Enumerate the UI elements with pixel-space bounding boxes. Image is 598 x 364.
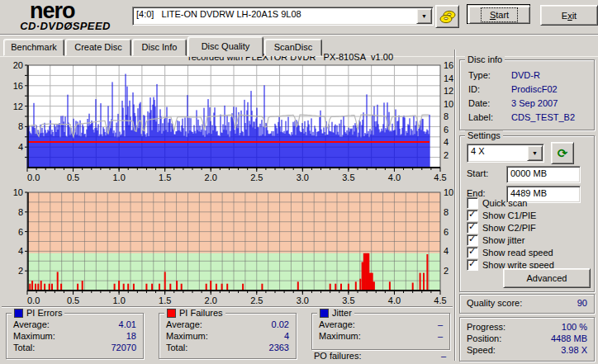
start-button[interactable]: Start — [467, 4, 530, 24]
svg-text:4: 4 — [444, 246, 448, 256]
legend-square — [167, 309, 176, 318]
tab-disc-info[interactable]: Disc Info — [132, 39, 187, 56]
checkmark-icon: ✓ — [468, 221, 476, 232]
exit-button-label: Exit — [562, 11, 577, 21]
jitter-box: Jitter Average:– Maximum:– — [311, 313, 450, 350]
exit-button[interactable]: Exit — [540, 5, 598, 26]
po-failures-value: – — [441, 351, 446, 361]
tab-benchmark[interactable]: Benchmark — [3, 39, 64, 56]
pi-errors-box: PI Errors Average:4.01 Maximum:18 Total:… — [6, 313, 144, 359]
speed-row: Speed:3.98 X — [460, 344, 594, 356]
speed-select[interactable]: 4 X ▼ — [467, 144, 544, 163]
svg-text:12: 12 — [13, 102, 23, 111]
svg-text:0.0: 0.0 — [27, 173, 40, 182]
svg-text:3.0: 3.0 — [297, 295, 309, 305]
svg-text:6: 6 — [444, 125, 448, 135]
svg-text:4.0: 4.0 — [388, 295, 401, 305]
chevron-down-icon[interactable]: ▼ — [527, 145, 543, 161]
checkbox-show-jitter[interactable]: ✓Show jitter — [467, 234, 524, 246]
quality-score-box: Quality score:90 — [459, 294, 595, 314]
svg-text:12: 12 — [444, 86, 453, 96]
stat-row: Maximum:– — [312, 330, 449, 342]
svg-text:6: 6 — [18, 227, 23, 237]
progress-box: Progress:100 % Position:4488 MB Speed:3.… — [459, 317, 595, 362]
stat-row: Average:– — [312, 319, 449, 330]
stat-row: Average:4.01 — [7, 319, 143, 330]
legend-square — [14, 309, 23, 318]
checkbox-quick-scan[interactable]: Quick scan — [467, 197, 527, 209]
checkmark-icon: ✓ — [468, 209, 476, 220]
pi-failures-chart: 2244668810100.00.51.01.52.02.53.03.54.04… — [2, 185, 454, 305]
disc-button[interactable] — [435, 5, 459, 28]
svg-text:6: 6 — [444, 227, 448, 237]
checkbox-show-c1-pie[interactable]: ✓Show C1/PIE — [467, 210, 536, 221]
svg-text:2: 2 — [444, 150, 448, 160]
svg-text:8: 8 — [18, 121, 23, 131]
start-button-label: Start — [481, 7, 518, 22]
stats-divider — [2, 306, 453, 308]
svg-text:10: 10 — [444, 187, 453, 197]
svg-text:16: 16 — [13, 81, 23, 91]
stat-row: Total:72070 — [7, 342, 143, 353]
advanced-button[interactable]: Advanced — [503, 268, 591, 288]
start-mb-input[interactable]: 0000 MB — [506, 166, 581, 183]
disc-id-row: ID:ProdiscF02 — [460, 83, 594, 97]
svg-text:1.0: 1.0 — [112, 295, 125, 305]
pi-failures-legend: PI Failures — [164, 308, 225, 318]
svg-text:3.5: 3.5 — [342, 295, 354, 305]
nero-logo: nero — [30, 1, 75, 21]
start-position-label: Start: — [467, 168, 488, 178]
pi-errors-chart: 481216202468101214160.00.51.01.52.02.53.… — [2, 50, 454, 184]
svg-text:14: 14 — [444, 73, 453, 83]
pi-failures-box: PI Failures Average:0.02 Maximum:4 Total… — [159, 313, 297, 359]
svg-text:20: 20 — [13, 60, 23, 70]
svg-text:1.5: 1.5 — [159, 295, 171, 305]
svg-text:4.5: 4.5 — [434, 173, 446, 182]
cd-dvd-speed-logo-text: CD·DVDØSPEED — [4, 21, 126, 31]
discs-icon — [439, 9, 456, 24]
checkbox-show-read-speed[interactable]: ✓Show read speed — [467, 247, 553, 258]
svg-text:4: 4 — [18, 246, 23, 256]
svg-text:10: 10 — [13, 187, 23, 197]
settings-title: Settings — [465, 130, 503, 140]
svg-text:0.5: 0.5 — [67, 173, 79, 182]
disc-info-group: Disc info Type:DVD-R ID:ProdiscF02 Date:… — [459, 59, 595, 130]
svg-text:10: 10 — [444, 99, 453, 109]
disc-type-row: Type:DVD-R — [460, 69, 594, 83]
svg-text:3.5: 3.5 — [342, 173, 354, 182]
start-mb-value: 0000 MB — [507, 167, 580, 181]
tab-disc-quality[interactable]: Disc Quality — [187, 36, 263, 57]
svg-text:4: 4 — [444, 137, 448, 147]
chevron-down-icon[interactable]: ▼ — [416, 8, 432, 24]
checkmark-icon: ✓ — [468, 246, 476, 257]
checkmark-icon: ✓ — [468, 258, 476, 269]
settings-group: Settings 4 X ▼ ⟳ Start: 0000 MB End: 448… — [459, 135, 595, 292]
checkbox-show-c2-pif[interactable]: ✓Show C2/PIF — [467, 222, 536, 234]
stat-row: Average:0.02 — [159, 319, 296, 330]
svg-text:2: 2 — [444, 266, 448, 276]
stat-row: Total:2363 — [159, 342, 296, 353]
panel-divider — [454, 50, 456, 361]
svg-text:2.0: 2.0 — [205, 173, 217, 182]
svg-text:8: 8 — [444, 207, 448, 217]
svg-text:2: 2 — [18, 266, 23, 276]
checkmark-icon: ✓ — [468, 234, 476, 244]
drive-select[interactable]: [4:0] LITE-ON DVDRW LH-20A1S 9L08 ▼ — [132, 7, 434, 26]
svg-text:8: 8 — [444, 111, 448, 121]
refresh-icon: ⟳ — [558, 146, 568, 161]
drive-select-value: [4:0] LITE-ON DVDRW LH-20A1S 9L08 — [133, 7, 433, 21]
svg-text:4: 4 — [18, 142, 23, 152]
svg-text:2.5: 2.5 — [250, 173, 263, 182]
quality-score-label: Quality score: — [467, 295, 522, 311]
stat-row: Maximum:4 — [159, 330, 296, 342]
quality-score-value: 90 — [577, 295, 587, 311]
svg-text:1.5: 1.5 — [159, 173, 171, 182]
tab-scandisc[interactable]: ScanDisc — [264, 39, 322, 56]
svg-text:8: 8 — [18, 207, 23, 217]
refresh-button[interactable]: ⟳ — [551, 142, 574, 164]
tab-create-disc[interactable]: Create Disc — [65, 39, 131, 56]
svg-text:4.5: 4.5 — [434, 295, 446, 305]
progress-row: Progress:100 % — [460, 321, 594, 333]
disc-date-row: Date:3 Sep 2007 — [460, 97, 594, 111]
svg-text:0.5: 0.5 — [67, 295, 79, 305]
